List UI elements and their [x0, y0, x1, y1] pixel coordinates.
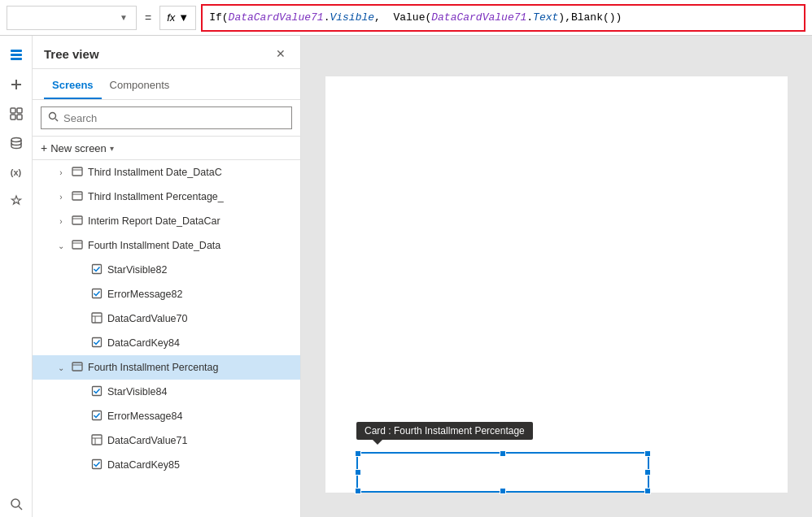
selected-card[interactable] [356, 452, 649, 493]
list-item[interactable]: ErrorMessage84 [33, 404, 300, 428]
close-button[interactable]: ✕ [273, 46, 289, 62]
svg-rect-0 [11, 50, 22, 52]
list-item[interactable]: ErrorMessage82 [33, 282, 300, 306]
card-icon [70, 166, 85, 180]
tooltip-label: Card : Fourth Installment Percentage [356, 422, 533, 440]
fx-dropdown-arrow[interactable]: ▼ [178, 11, 189, 24]
layers-icon[interactable] [3, 42, 29, 68]
svg-rect-31 [93, 411, 102, 419]
search-input[interactable] [63, 112, 285, 124]
svg-rect-6 [17, 108, 22, 113]
data-icon[interactable] [3, 130, 29, 156]
list-item[interactable]: DataCardValue71 [33, 428, 300, 453]
svg-rect-2 [11, 58, 22, 60]
list-item[interactable]: ⌄ Fourth Installment Date_Data [33, 233, 300, 258]
item-label: DataCardValue71 [107, 435, 300, 446]
item-label: Fourth Installment Date_Data [88, 240, 300, 251]
tree-search-area [33, 100, 300, 137]
handle-top-center[interactable] [500, 450, 506, 457]
new-screen-label: New screen [50, 142, 107, 154]
expand-arrow-icon[interactable]: › [55, 168, 67, 177]
handle-mid-right[interactable] [644, 469, 651, 476]
svg-rect-1 [11, 54, 22, 56]
checkbox-icon [89, 288, 104, 302]
svg-rect-8 [17, 115, 22, 119]
expand-arrow-icon[interactable]: › [55, 217, 67, 226]
tools-icon[interactable] [3, 189, 29, 215]
handle-bottom-right[interactable] [644, 488, 651, 494]
card-icon [70, 239, 85, 253]
search-bottom-icon[interactable] [3, 491, 29, 517]
item-label: DataCardKey84 [107, 337, 300, 349]
list-item[interactable]: › Third Installment Date_DataC [33, 160, 300, 185]
item-label: StarVisible84 [107, 386, 300, 398]
add-icon[interactable] [3, 72, 29, 98]
list-item[interactable]: › Third Installment Percentage_ [33, 185, 300, 209]
handle-top-left[interactable] [355, 450, 361, 457]
insert-icon[interactable] [3, 101, 29, 127]
checkbox-icon [89, 263, 104, 277]
tree-title: Tree view [44, 47, 99, 61]
item-label: Third Installment Date_DataC [88, 167, 300, 178]
list-item[interactable]: DataCardKey84 [33, 331, 300, 355]
table-icon [89, 434, 104, 448]
card-icon [70, 190, 85, 204]
svg-point-10 [11, 499, 20, 507]
list-item[interactable]: StarVisible82 [33, 258, 300, 282]
tree-panel: Tree view ✕ Screens Components + New scr… [33, 36, 301, 517]
item-label: Interim Report Date_DataCar [88, 215, 300, 227]
expand-arrow-icon[interactable]: › [55, 193, 67, 202]
list-item[interactable]: DataCardValue70 [33, 306, 300, 331]
name-box-dropdown[interactable]: ▼ [120, 13, 128, 22]
card-icon [70, 361, 85, 375]
canvas-area[interactable]: Card : Fourth Installment Percentage [301, 36, 812, 517]
list-item[interactable]: StarVisible84 [33, 380, 300, 404]
variables-icon[interactable]: (x) [3, 159, 29, 185]
formula-name-box[interactable]: Update ▼ [7, 6, 137, 30]
svg-rect-24 [92, 313, 102, 323]
formula-input[interactable]: If(DataCardValue71.Visible, Value(DataCa… [201, 4, 805, 32]
svg-rect-22 [93, 264, 102, 273]
expand-arrow-icon[interactable]: ⌄ [55, 363, 67, 372]
item-label: StarVisible82 [107, 264, 300, 276]
svg-line-11 [19, 506, 22, 510]
expand-arrow-icon[interactable]: ⌄ [55, 241, 67, 250]
fx-label: fx [167, 11, 175, 24]
svg-line-13 [55, 119, 58, 121]
tree-tabs: Screens Components [33, 69, 300, 100]
search-box[interactable] [41, 106, 292, 129]
handle-bottom-left[interactable] [355, 488, 361, 494]
tab-screens[interactable]: Screens [44, 76, 102, 99]
checkbox-icon [89, 458, 104, 472]
new-screen-chevron[interactable]: ▾ [110, 144, 114, 153]
svg-point-12 [50, 113, 56, 119]
item-label: DataCardValue70 [107, 313, 300, 324]
formula-text: If(DataCardValue71.Visible, Value(DataCa… [209, 11, 622, 24]
handle-mid-left[interactable] [355, 469, 361, 476]
tree-header: Tree view ✕ [33, 36, 300, 69]
search-icon [48, 111, 59, 124]
checkbox-icon [89, 410, 104, 424]
item-label: DataCardKey85 [107, 459, 300, 471]
fx-button[interactable]: fx ▼ [159, 6, 196, 30]
checkbox-icon [89, 337, 104, 350]
svg-rect-20 [72, 241, 82, 249]
handle-top-right[interactable] [644, 450, 651, 457]
svg-rect-28 [72, 363, 82, 371]
item-label: ErrorMessage82 [107, 289, 300, 300]
svg-rect-30 [93, 386, 102, 395]
list-item[interactable]: › Interim Report Date_DataCar [33, 209, 300, 233]
item-label: Third Installment Percentage_ [88, 191, 300, 202]
tab-components[interactable]: Components [102, 76, 178, 99]
list-item[interactable]: DataCardKey85 [33, 453, 300, 477]
item-label: ErrorMessage84 [107, 411, 300, 422]
svg-rect-27 [93, 337, 102, 346]
name-box-input[interactable]: Update [14, 11, 120, 24]
new-screen-button[interactable]: + New screen ▾ [33, 137, 300, 160]
list-item[interactable]: ⌄ Fourth Installment Percentag [33, 355, 300, 380]
svg-point-9 [11, 138, 21, 142]
handle-bottom-center[interactable] [500, 488, 506, 494]
tree-items: › Third Installment Date_DataC › Third I… [33, 160, 300, 517]
left-toolbar: (x) [0, 36, 33, 517]
equals-sign: = [142, 11, 155, 24]
